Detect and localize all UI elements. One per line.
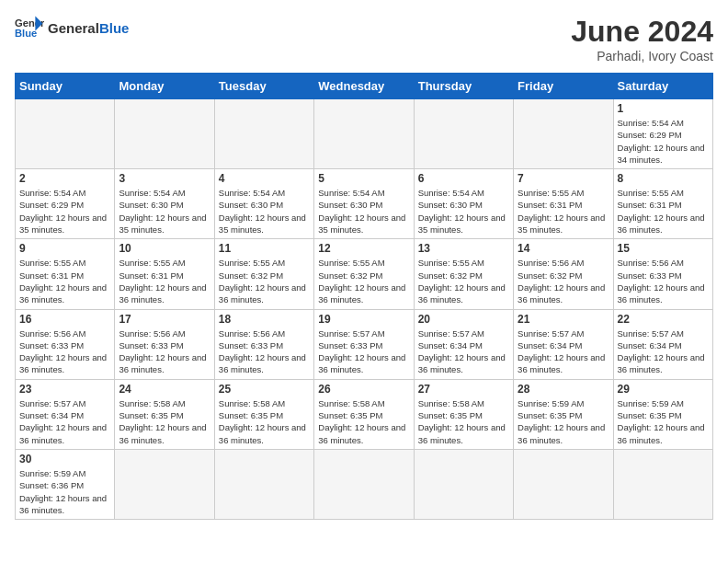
location-subtitle: Parhadi, Ivory Coast (571, 49, 713, 63)
day-info: Sunrise: 5:55 AM Sunset: 6:31 PM Dayligh… (119, 257, 210, 305)
day-number: 28 (518, 383, 609, 396)
logo-blue-text: Blue (99, 20, 130, 36)
day-number: 21 (518, 313, 609, 326)
day-info: Sunrise: 5:57 AM Sunset: 6:34 PM Dayligh… (19, 397, 110, 446)
day-number: 18 (219, 313, 310, 326)
day-number: 25 (219, 383, 310, 396)
calendar-cell: 23Sunrise: 5:57 AM Sunset: 6:34 PM Dayli… (16, 379, 115, 449)
calendar-cell (414, 449, 513, 519)
day-info: Sunrise: 5:59 AM Sunset: 6:35 PM Dayligh… (518, 397, 609, 446)
day-number: 16 (19, 313, 110, 326)
day-info: Sunrise: 5:59 AM Sunset: 6:36 PM Dayligh… (19, 467, 110, 516)
calendar-cell (414, 99, 513, 169)
day-number: 17 (119, 313, 210, 326)
calendar-cell (514, 449, 613, 519)
calendar-cell (214, 449, 313, 519)
calendar-cell (613, 449, 712, 519)
day-info: Sunrise: 5:58 AM Sunset: 6:35 PM Dayligh… (219, 397, 310, 446)
day-info: Sunrise: 5:57 AM Sunset: 6:33 PM Dayligh… (318, 327, 409, 376)
calendar-cell: 2Sunrise: 5:54 AM Sunset: 6:29 PM Daylig… (16, 169, 115, 239)
day-number: 8 (618, 172, 709, 185)
calendar-week-1: 1Sunrise: 5:54 AM Sunset: 6:29 PM Daylig… (16, 99, 713, 169)
day-info: Sunrise: 5:54 AM Sunset: 6:30 PM Dayligh… (318, 187, 409, 236)
day-info: Sunrise: 5:55 AM Sunset: 6:31 PM Dayligh… (19, 257, 110, 305)
logo-icon: General Blue (15, 15, 44, 40)
calendar-cell: 13Sunrise: 5:55 AM Sunset: 6:32 PM Dayli… (414, 239, 513, 309)
day-header-monday: Monday (115, 74, 214, 99)
calendar-week-6: 30Sunrise: 5:59 AM Sunset: 6:36 PM Dayli… (16, 449, 713, 519)
calendar-cell: 8Sunrise: 5:55 AM Sunset: 6:31 PM Daylig… (613, 169, 712, 239)
calendar-week-5: 23Sunrise: 5:57 AM Sunset: 6:34 PM Dayli… (16, 379, 713, 449)
day-info: Sunrise: 5:59 AM Sunset: 6:35 PM Dayligh… (618, 397, 709, 446)
day-number: 13 (418, 242, 509, 255)
calendar-cell: 24Sunrise: 5:58 AM Sunset: 6:35 PM Dayli… (115, 379, 214, 449)
day-info: Sunrise: 5:57 AM Sunset: 6:34 PM Dayligh… (518, 327, 609, 376)
calendar-cell: 28Sunrise: 5:59 AM Sunset: 6:35 PM Dayli… (514, 379, 613, 449)
day-number: 9 (19, 242, 110, 255)
day-info: Sunrise: 5:56 AM Sunset: 6:33 PM Dayligh… (119, 327, 210, 376)
calendar-cell: 16Sunrise: 5:56 AM Sunset: 6:33 PM Dayli… (16, 309, 115, 379)
day-info: Sunrise: 5:54 AM Sunset: 6:29 PM Dayligh… (618, 117, 709, 166)
logo: General Blue GeneralBlue (15, 15, 129, 40)
day-number: 5 (318, 172, 409, 185)
day-info: Sunrise: 5:58 AM Sunset: 6:35 PM Dayligh… (119, 397, 210, 446)
calendar-table: SundayMondayTuesdayWednesdayThursdayFrid… (15, 73, 713, 520)
calendar-cell: 18Sunrise: 5:56 AM Sunset: 6:33 PM Dayli… (214, 309, 313, 379)
calendar-cell (514, 99, 613, 169)
day-number: 10 (119, 242, 210, 255)
day-info: Sunrise: 5:56 AM Sunset: 6:32 PM Dayligh… (518, 257, 609, 305)
calendar-cell: 26Sunrise: 5:58 AM Sunset: 6:35 PM Dayli… (314, 379, 414, 449)
day-number: 2 (19, 172, 110, 185)
calendar-cell: 30Sunrise: 5:59 AM Sunset: 6:36 PM Dayli… (16, 449, 115, 519)
day-number: 6 (418, 172, 509, 185)
calendar-header-row: SundayMondayTuesdayWednesdayThursdayFrid… (16, 74, 713, 99)
day-info: Sunrise: 5:55 AM Sunset: 6:32 PM Dayligh… (318, 257, 409, 305)
day-header-sunday: Sunday (16, 74, 115, 99)
day-info: Sunrise: 5:54 AM Sunset: 6:30 PM Dayligh… (219, 187, 310, 236)
title-area: June 2024 Parhadi, Ivory Coast (571, 15, 713, 63)
day-info: Sunrise: 5:57 AM Sunset: 6:34 PM Dayligh… (418, 327, 509, 376)
calendar-cell: 12Sunrise: 5:55 AM Sunset: 6:32 PM Dayli… (314, 239, 414, 309)
day-number: 11 (219, 242, 310, 255)
day-number: 30 (19, 453, 110, 465)
calendar-cell: 10Sunrise: 5:55 AM Sunset: 6:31 PM Dayli… (115, 239, 214, 309)
day-number: 27 (418, 383, 509, 396)
calendar-cell: 20Sunrise: 5:57 AM Sunset: 6:34 PM Dayli… (414, 309, 513, 379)
day-header-thursday: Thursday (414, 74, 513, 99)
calendar-week-3: 9Sunrise: 5:55 AM Sunset: 6:31 PM Daylig… (16, 239, 713, 309)
calendar-cell: 25Sunrise: 5:58 AM Sunset: 6:35 PM Dayli… (214, 379, 313, 449)
day-info: Sunrise: 5:55 AM Sunset: 6:31 PM Dayligh… (618, 187, 709, 236)
calendar-week-4: 16Sunrise: 5:56 AM Sunset: 6:33 PM Dayli… (16, 309, 713, 379)
day-info: Sunrise: 5:55 AM Sunset: 6:31 PM Dayligh… (518, 187, 609, 236)
day-number: 20 (418, 313, 509, 326)
page-header: General Blue GeneralBlue June 2024 Parha… (15, 15, 713, 63)
day-header-friday: Friday (514, 74, 613, 99)
day-info: Sunrise: 5:54 AM Sunset: 6:29 PM Dayligh… (19, 187, 110, 236)
calendar-cell (214, 99, 313, 169)
day-info: Sunrise: 5:55 AM Sunset: 6:32 PM Dayligh… (219, 257, 310, 305)
calendar-cell (115, 99, 214, 169)
logo-general-text: General (48, 20, 99, 36)
day-number: 15 (618, 242, 709, 255)
day-number: 23 (19, 383, 110, 396)
day-info: Sunrise: 5:58 AM Sunset: 6:35 PM Dayligh… (418, 397, 509, 446)
calendar-cell: 21Sunrise: 5:57 AM Sunset: 6:34 PM Dayli… (514, 309, 613, 379)
day-info: Sunrise: 5:55 AM Sunset: 6:32 PM Dayligh… (418, 257, 509, 305)
day-number: 22 (618, 313, 709, 326)
calendar-cell (115, 449, 214, 519)
day-number: 19 (318, 313, 409, 326)
day-info: Sunrise: 5:57 AM Sunset: 6:34 PM Dayligh… (618, 327, 709, 376)
day-number: 7 (518, 172, 609, 185)
calendar-cell: 17Sunrise: 5:56 AM Sunset: 6:33 PM Dayli… (115, 309, 214, 379)
calendar-cell (314, 449, 414, 519)
day-info: Sunrise: 5:54 AM Sunset: 6:30 PM Dayligh… (119, 187, 210, 236)
calendar-cell: 15Sunrise: 5:56 AM Sunset: 6:33 PM Dayli… (613, 239, 712, 309)
day-number: 14 (518, 242, 609, 255)
calendar-cell: 9Sunrise: 5:55 AM Sunset: 6:31 PM Daylig… (16, 239, 115, 309)
calendar-cell: 29Sunrise: 5:59 AM Sunset: 6:35 PM Dayli… (613, 379, 712, 449)
day-number: 4 (219, 172, 310, 185)
calendar-cell: 14Sunrise: 5:56 AM Sunset: 6:32 PM Dayli… (514, 239, 613, 309)
calendar-week-2: 2Sunrise: 5:54 AM Sunset: 6:29 PM Daylig… (16, 169, 713, 239)
calendar-cell: 11Sunrise: 5:55 AM Sunset: 6:32 PM Dayli… (214, 239, 313, 309)
calendar-cell: 27Sunrise: 5:58 AM Sunset: 6:35 PM Dayli… (414, 379, 513, 449)
